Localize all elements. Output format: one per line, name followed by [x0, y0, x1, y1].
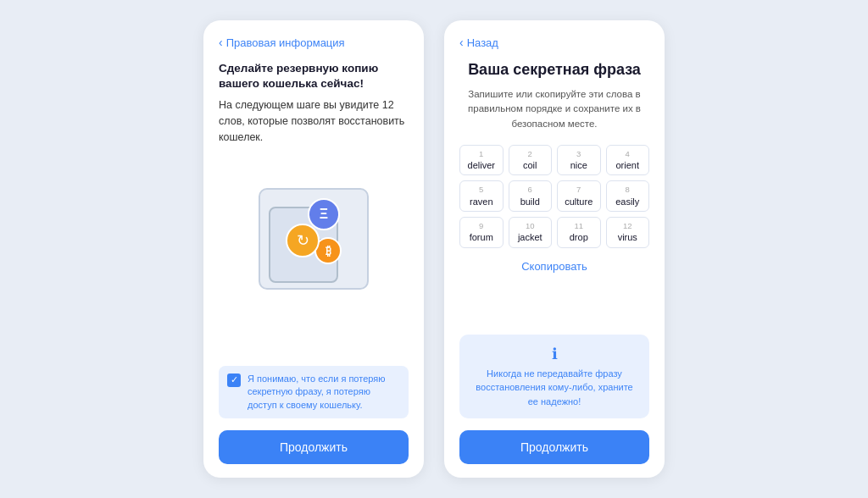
seed-word-item: 4orient [606, 145, 650, 176]
warning-box: ℹ Никогда не передавайте фразу восстанов… [459, 335, 649, 419]
card-secret-phrase: ‹ Назад Ваша секретная фраза Запишите ил… [444, 20, 665, 478]
seed-word-item: 8easily [606, 180, 650, 212]
card2-description: Запишите или скопируйте эти слова в прав… [459, 87, 649, 131]
seed-word-item: 1deliver [459, 145, 504, 176]
checkbox-icon: ✓ [227, 374, 241, 387]
seed-phrase-grid: 1deliver2coil3nice4orient5raven6build7cu… [459, 145, 649, 248]
seed-word-item: 10jacket [509, 217, 553, 248]
card2-title: Ваша секретная фраза [459, 61, 649, 79]
warning-text: Никогда не передавайте фразу восстановле… [471, 367, 637, 409]
seed-word-item: 5raven [459, 180, 504, 212]
card-backup-info: ‹ Правовая информация Сделайте резервную… [203, 20, 424, 478]
safe-image: Ξ ↻ ₿ [259, 180, 369, 290]
chevron-left-icon-2: ‹ [459, 36, 464, 49]
back-link-legal[interactable]: ‹ Правовая информация [219, 36, 409, 49]
checkbox-label: Я понимаю, что если я потеряю секретную … [248, 373, 400, 412]
back-link-label-2: Назад [467, 36, 498, 49]
card1-description: На следующем шаге вы увидите 12 слов, ко… [219, 97, 409, 145]
info-icon: ℹ [552, 345, 558, 363]
seed-word-item: 12virus [606, 217, 650, 248]
safe-illustration: Ξ ↻ ₿ [219, 158, 409, 310]
acknowledgement-checkbox-row[interactable]: ✓ Я понимаю, что если я потеряю секретну… [219, 366, 409, 418]
continue-button-2[interactable]: Продолжить [459, 430, 649, 464]
seed-word-item: 11drop [557, 217, 601, 248]
seed-word-item: 2coil [509, 145, 553, 176]
back-link-label: Правовая информация [226, 36, 345, 49]
card1-title: Сделайте резервную копию вашего кошелька… [219, 61, 409, 91]
continue-button-1[interactable]: Продолжить [219, 430, 409, 464]
eth-coin-icon: Ξ [308, 198, 340, 230]
back-link-card2[interactable]: ‹ Назад [459, 36, 649, 49]
seed-word-item: 6build [509, 180, 553, 212]
seed-word-item: 7culture [557, 180, 601, 212]
chevron-left-icon: ‹ [219, 36, 223, 49]
seed-word-item: 9forum [459, 217, 504, 248]
reload-coin-icon: ↻ [286, 224, 320, 257]
copy-button[interactable]: Скопировать [459, 260, 649, 273]
seed-word-item: 3nice [557, 145, 601, 176]
